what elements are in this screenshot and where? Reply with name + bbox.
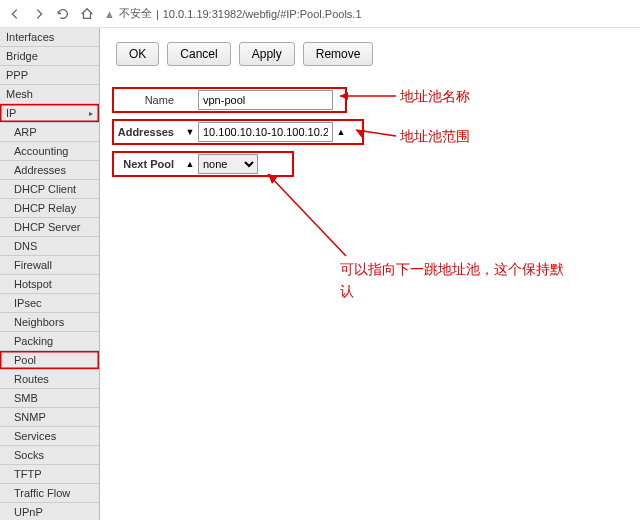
sidebar-item-firewall[interactable]: Firewall [0,256,99,275]
sidebar-item-traffic-flow[interactable]: Traffic Flow [0,484,99,503]
sidebar-item-label: Addresses [14,164,66,176]
sidebar-item-dhcp-server[interactable]: DHCP Server [0,218,99,237]
sidebar-item-label: Hotspot [14,278,52,290]
sidebar-item-label: SMB [14,392,38,404]
sidebar-item-accounting[interactable]: Accounting [0,142,99,161]
sidebar-item-label: SNMP [14,411,46,423]
addresses-expand-icon[interactable]: ▼ [182,127,198,137]
sidebar-item-label: UPnP [14,506,43,518]
annotation-addresses: 地址池范围 [400,128,470,146]
sidebar-item-label: Bridge [6,50,38,62]
content-area: OK Cancel Apply Remove Name Addresses ▼ … [100,28,640,520]
sidebar-item-dns[interactable]: DNS [0,237,99,256]
nextpool-row: Next Pool ▲ none [112,154,628,174]
addresses-label: Addresses [112,126,182,138]
sidebar-item-routes[interactable]: Routes [0,370,99,389]
sidebar-item-label: Interfaces [6,31,54,43]
cancel-button[interactable]: Cancel [167,42,230,66]
sidebar-item-socks[interactable]: Socks [0,446,99,465]
sidebar-item-label: Mesh [6,88,33,100]
browser-toolbar: ▲ 不安全 | 10.0.1.19:31982/webfig/#IP:Pool.… [0,0,640,28]
url-bar[interactable]: ▲ 不安全 | 10.0.1.19:31982/webfig/#IP:Pool.… [104,6,632,21]
warning-icon: ▲ [104,8,115,20]
sidebar-item-label: Firewall [14,259,52,271]
sidebar-item-smb[interactable]: SMB [0,389,99,408]
sidebar-item-packing[interactable]: Packing [0,332,99,351]
sidebar-item-label: DNS [14,240,37,252]
sidebar-item-label: Socks [14,449,44,461]
nextpool-label: Next Pool [112,158,182,170]
sidebar-item-ip[interactable]: IP▸ [0,104,99,123]
refresh-icon[interactable] [56,7,70,21]
name-row: Name [112,90,628,110]
annotation-name: 地址池名称 [400,88,470,106]
sidebar-item-services[interactable]: Services [0,427,99,446]
sidebar-item-mesh[interactable]: Mesh [0,85,99,104]
button-row: OK Cancel Apply Remove [116,42,628,66]
back-icon[interactable] [8,7,22,21]
sidebar-item-label: DHCP Relay [14,202,76,214]
sidebar-item-dhcp-relay[interactable]: DHCP Relay [0,199,99,218]
sidebar-item-label: IP [6,107,16,119]
nextpool-select[interactable]: none [198,154,258,174]
sidebar-item-upnp[interactable]: UPnP [0,503,99,520]
sidebar-item-arp[interactable]: ARP [0,123,99,142]
nextpool-up-icon[interactable]: ▲ [182,159,198,169]
home-icon[interactable] [80,7,94,21]
annotation-nextpool: 可以指向下一跳地址池，这个保持默认 [340,258,570,303]
chevron-right-icon: ▸ [89,109,93,118]
sidebar-item-ipsec[interactable]: IPsec [0,294,99,313]
sidebar-item-interfaces[interactable]: Interfaces [0,28,99,47]
url-text: 10.0.1.19:31982/webfig/#IP:Pool.Pools.1 [163,8,362,20]
sidebar-item-label: Services [14,430,56,442]
addresses-input[interactable] [198,122,333,142]
sidebar-item-label: PPP [6,69,28,81]
name-label: Name [112,94,182,106]
forward-icon[interactable] [32,7,46,21]
sidebar-item-label: Neighbors [14,316,64,328]
sidebar: InterfacesBridgePPPMeshIP▸ARPAccountingA… [0,28,100,520]
addresses-row: Addresses ▼ ▲ [112,122,628,142]
url-separator: | [156,8,159,20]
sidebar-item-label: ARP [14,126,37,138]
sidebar-item-label: Traffic Flow [14,487,70,499]
sidebar-item-bridge[interactable]: Bridge [0,47,99,66]
apply-button[interactable]: Apply [239,42,295,66]
sidebar-item-label: Routes [14,373,49,385]
sidebar-item-label: Pool [14,354,36,366]
svg-marker-5 [268,174,278,184]
sidebar-item-ppp[interactable]: PPP [0,66,99,85]
security-label: 不安全 [119,6,152,21]
svg-line-4 [268,174,346,256]
sidebar-item-addresses[interactable]: Addresses [0,161,99,180]
remove-button[interactable]: Remove [303,42,374,66]
sidebar-item-label: TFTP [14,468,42,480]
sidebar-item-snmp[interactable]: SNMP [0,408,99,427]
sidebar-item-hotspot[interactable]: Hotspot [0,275,99,294]
sidebar-item-tftp[interactable]: TFTP [0,465,99,484]
sidebar-item-neighbors[interactable]: Neighbors [0,313,99,332]
sidebar-item-label: DHCP Server [14,221,80,233]
sidebar-item-dhcp-client[interactable]: DHCP Client [0,180,99,199]
name-input[interactable] [198,90,333,110]
ok-button[interactable]: OK [116,42,159,66]
sidebar-item-label: Accounting [14,145,68,157]
sidebar-item-label: DHCP Client [14,183,76,195]
sidebar-item-label: IPsec [14,297,42,309]
sidebar-item-pool[interactable]: Pool [0,351,99,370]
addresses-up-icon[interactable]: ▲ [333,127,349,137]
sidebar-item-label: Packing [14,335,53,347]
